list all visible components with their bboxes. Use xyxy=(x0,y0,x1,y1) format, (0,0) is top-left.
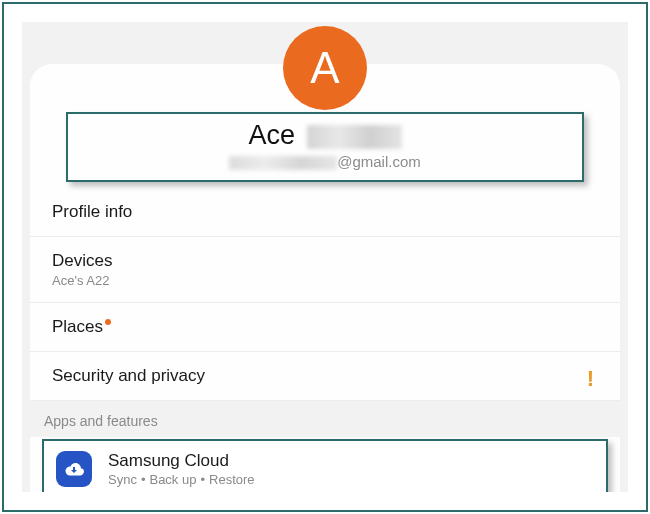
devices-subtitle: Ace's A22 xyxy=(52,273,598,288)
profile-info-title: Profile info xyxy=(52,202,598,222)
avatar-initial: A xyxy=(310,43,339,93)
apps-features-header: Apps and features xyxy=(22,401,628,437)
security-title: Security and privacy xyxy=(52,366,598,386)
outer-frame: A Ace @gmail.com Profile info Devices Ac… xyxy=(2,2,648,512)
cloud-icon xyxy=(56,451,92,487)
avatar[interactable]: A xyxy=(283,26,367,110)
account-name-first: Ace xyxy=(248,120,295,150)
profile-info-row[interactable]: Profile info xyxy=(30,188,620,237)
redacted-name xyxy=(307,125,402,149)
account-email: @gmail.com xyxy=(78,153,572,170)
security-privacy-row[interactable]: Security and privacy ! xyxy=(30,352,620,401)
cloud-subtitle: Sync•Back up•Restore xyxy=(108,472,255,487)
alert-icon: ! xyxy=(587,366,594,392)
account-card: Ace @gmail.com Profile info Devices Ace'… xyxy=(30,64,620,492)
notification-dot-icon xyxy=(105,319,111,325)
account-name: Ace xyxy=(78,120,572,151)
email-domain: @gmail.com xyxy=(337,153,421,170)
account-info-highlight[interactable]: Ace @gmail.com xyxy=(66,112,584,182)
redacted-email xyxy=(229,156,337,170)
places-title: Places xyxy=(52,317,598,337)
devices-row[interactable]: Devices Ace's A22 xyxy=(30,237,620,303)
cloud-title: Samsung Cloud xyxy=(108,451,255,471)
settings-screen: A Ace @gmail.com Profile info Devices Ac… xyxy=(22,22,628,492)
cloud-text: Samsung Cloud Sync•Back up•Restore xyxy=(108,451,255,487)
samsung-cloud-row-highlight[interactable]: Samsung Cloud Sync•Back up•Restore xyxy=(42,439,608,492)
places-row[interactable]: Places xyxy=(30,303,620,352)
devices-title: Devices xyxy=(52,251,598,271)
